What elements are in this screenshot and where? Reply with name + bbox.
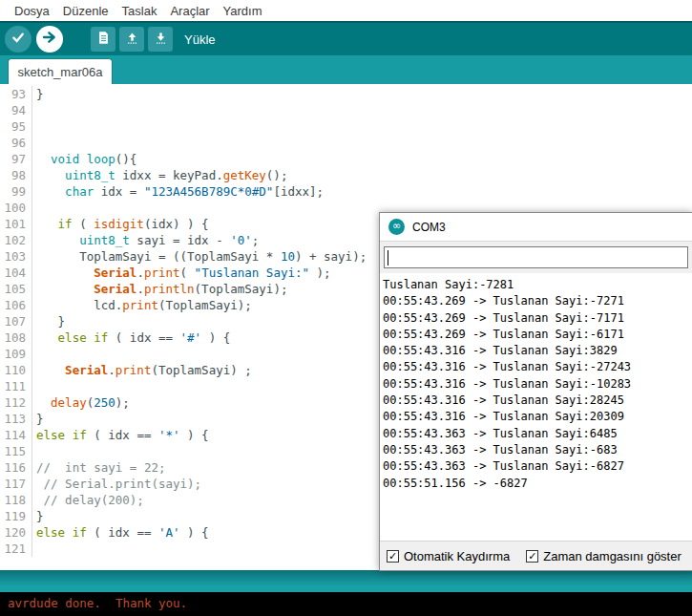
- code-text: // delay(200);: [32, 492, 144, 508]
- code-line[interactable]: 96: [0, 135, 692, 151]
- code-text: uint8_t idxx = keyPad.getKey();: [32, 167, 287, 183]
- line-number: 112: [0, 394, 32, 411]
- status-bar: [0, 570, 692, 592]
- line-number: 108: [0, 329, 32, 346]
- line-number: 107: [0, 313, 32, 329]
- line-number: 93: [0, 86, 32, 102]
- line-number: 109: [0, 346, 32, 362]
- serial-output-line: 00:55:43.316 -> Tuslanan Sayi:-27243: [383, 359, 692, 375]
- line-number: 121: [0, 541, 32, 557]
- document-icon: [96, 31, 111, 49]
- checkbox-zaman-damgas-n-g-ster[interactable]: ✓Zaman damgasını göster: [526, 549, 682, 563]
- code-line[interactable]: 94: [0, 102, 692, 118]
- menu-item-dosya[interactable]: Dosya: [8, 2, 56, 20]
- line-number: 115: [0, 443, 32, 459]
- check-icon: [10, 30, 26, 49]
- code-text: lcd.print(ToplamSayi);: [32, 297, 252, 313]
- line-number: 114: [0, 427, 32, 443]
- code-line[interactable]: 97 void loop(){: [0, 151, 692, 167]
- code-text: [32, 443, 36, 459]
- save-button[interactable]: [148, 27, 173, 52]
- verify-button[interactable]: [5, 26, 31, 53]
- code-text: }: [32, 411, 44, 427]
- line-number: 97: [0, 151, 32, 167]
- line-number: 113: [0, 411, 32, 427]
- line-number: 104: [0, 265, 32, 281]
- checkbox-otomatik-kayd-rma[interactable]: ✓Otomatik Kaydırma: [387, 549, 510, 563]
- code-text: void loop(){: [32, 151, 136, 167]
- serial-output-line: 00:55:43.316 -> Tuslanan Sayi:28245: [383, 393, 692, 409]
- line-number: 94: [0, 102, 32, 118]
- tab-sketch[interactable]: sketch_mar06a: [8, 58, 113, 84]
- code-text: // Serial.print(sayi);: [32, 476, 201, 492]
- checkbox-box-icon[interactable]: ✓: [526, 550, 538, 563]
- menu-item-araçlar[interactable]: Araçlar: [163, 2, 216, 20]
- line-number: 117: [0, 476, 32, 492]
- menu-item-taslak[interactable]: Taslak: [115, 2, 164, 20]
- code-text: }: [32, 313, 65, 329]
- serial-monitor-options-bar: ✓Otomatik Kaydırma✓Zaman damgasını göste…: [380, 541, 692, 570]
- code-text: ToplamSayi = ((ToplamSayi * 10) + sayi);: [32, 248, 367, 265]
- code-text: [32, 378, 36, 394]
- code-line[interactable]: 99 char idx = "123A456B789C*0#D"[idxx];: [0, 183, 692, 200]
- line-number: 105: [0, 281, 32, 297]
- serial-output-line: 00:55:43.363 -> Tuslanan Sayi:-683: [383, 442, 692, 458]
- line-number: 110: [0, 362, 32, 378]
- serial-monitor-titlebar[interactable]: ∞ COM3: [380, 213, 692, 242]
- checkbox-box-icon[interactable]: ✓: [387, 550, 399, 563]
- serial-send-input[interactable]: [384, 246, 688, 268]
- line-number: 103: [0, 248, 32, 265]
- line-number: 120: [0, 524, 32, 541]
- code-line[interactable]: 93}: [0, 86, 692, 102]
- code-text: else if ( idx == '#' ) {: [32, 329, 230, 346]
- serial-monitor-window: ∞ COM3 Tuslanan Sayi:-728100:55:43.269 -…: [379, 212, 692, 571]
- code-text: }: [32, 86, 44, 102]
- code-text: // int sayi = 22;: [32, 459, 165, 476]
- code-text: if ( isdigit(idx) ) {: [32, 216, 209, 232]
- tab-label: sketch_mar06a: [18, 65, 103, 79]
- code-text: }: [32, 508, 44, 524]
- line-number: 118: [0, 492, 32, 508]
- code-text: [32, 135, 36, 151]
- serial-output-line: 00:55:43.363 -> Tuslanan Sayi:-6827: [383, 458, 692, 475]
- text-caret: [388, 250, 388, 266]
- arrow-up-icon: [125, 31, 139, 49]
- serial-output-line: Tuslanan Sayi:-7281: [383, 277, 692, 293]
- arduino-logo-icon: ∞: [388, 219, 405, 235]
- console-output: avrdude done. Thank you.: [0, 592, 692, 616]
- upload-button[interactable]: [36, 26, 63, 53]
- code-text: [32, 102, 36, 118]
- line-number: 98: [0, 167, 32, 183]
- code-text: delay(250);: [32, 394, 130, 411]
- toolbar-tooltip: Yükle: [184, 32, 216, 47]
- serial-output-area[interactable]: Tuslanan Sayi:-728100:55:43.269 -> Tusla…: [380, 273, 692, 541]
- line-number: 116: [0, 459, 32, 476]
- serial-output-line: 00:55:43.269 -> Tuslanan Sayi:-7171: [383, 310, 692, 327]
- menu-bar: DosyaDüzenleTaslakAraçlarYardım: [0, 0, 692, 21]
- serial-output-line: 00:55:43.316 -> Tuslanan Sayi:20309: [383, 409, 692, 425]
- line-number: 119: [0, 508, 32, 524]
- serial-output-line: 00:55:43.269 -> Tuslanan Sayi:-6171: [383, 327, 692, 343]
- code-text: [32, 118, 36, 135]
- serial-monitor-title: COM3: [412, 221, 446, 234]
- line-number: 101: [0, 216, 32, 232]
- menu-item-yardım[interactable]: Yardım: [217, 2, 269, 20]
- new-sketch-button[interactable]: [91, 27, 115, 52]
- toolbar: Yükle: [0, 21, 692, 55]
- serial-output-line: 00:55:43.363 -> Tuslanan Sayi:6485: [383, 426, 692, 442]
- code-text: [32, 541, 36, 557]
- menu-item-düzenle[interactable]: Düzenle: [56, 2, 115, 20]
- code-text: Serial.print(ToplamSayi) ;: [32, 362, 252, 378]
- line-number: 102: [0, 232, 32, 248]
- checkbox-label: Otomatik Kaydırma: [404, 549, 510, 563]
- code-text: [32, 200, 36, 216]
- serial-output-line: 00:55:43.316 -> Tuslanan Sayi:3829: [383, 343, 692, 359]
- line-number: 111: [0, 378, 32, 394]
- line-number: 106: [0, 297, 32, 313]
- code-line[interactable]: 98 uint8_t idxx = keyPad.getKey();: [0, 167, 692, 183]
- line-number: 99: [0, 183, 32, 200]
- tab-bar: sketch_mar06a: [0, 55, 692, 84]
- code-text: else if ( idx == '*' ) {: [32, 427, 209, 443]
- open-button[interactable]: [119, 27, 144, 52]
- code-line[interactable]: 95: [0, 118, 692, 135]
